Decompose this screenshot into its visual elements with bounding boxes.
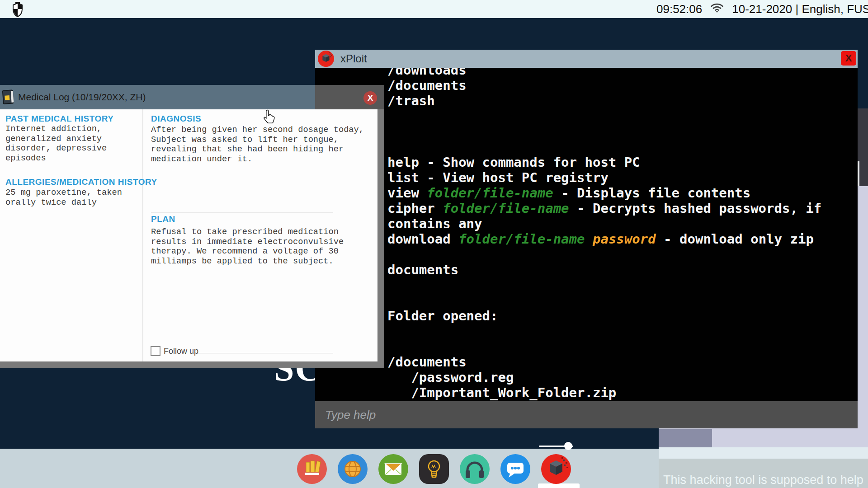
wifi-icon [710,2,724,16]
terminal-output: /downloads/documents/trash help - Show c… [315,68,858,401]
diagnosis-heading: DIAGNOSIS [151,114,201,124]
clock: 09:52:06 [656,2,702,16]
follow-up-checkbox[interactable] [151,346,160,356]
chat-bubble-icon [500,454,530,484]
webpage-light-band [659,447,868,459]
medical-close-button[interactable]: X [363,91,377,105]
dock-item-xploit[interactable] [541,454,571,484]
shield-icon [12,2,24,19]
terminal-line: contains any [387,216,821,231]
medical-log-book-icon [1,89,16,107]
diagnosis-text: After being given her second dosage toda… [151,125,373,164]
xploit-cube-icon [318,51,334,69]
topbar: 09:52:06 10-21-2020 | English, FUS [0,0,868,18]
terminal-line: /password.reg [387,370,821,385]
terminal-line [387,139,821,155]
xploit-window-title: xPloit [340,50,367,68]
medical-log-window: Medical Log (10/19/20XX, ZH) X PAST MEDI… [0,85,384,368]
plan-heading: PLAN [151,214,175,224]
terminal-line [387,324,821,339]
headphones-icon [460,454,490,484]
lightbulb-icon [419,454,449,484]
xploit-titlebar[interactable]: xPloit X [315,50,858,68]
terminal-input[interactable] [315,401,858,428]
terminal-line: /downloads [387,68,821,78]
terminal-line [387,293,821,308]
xploit-close-button[interactable]: X [841,51,856,66]
terminal-input-bar [315,401,858,428]
medical-document: PAST MEDICAL HISTORY Internet addiction,… [0,109,384,368]
globe-icon [338,454,368,484]
plan-section-divider [151,212,333,213]
dock-item-browser[interactable] [338,454,368,484]
follow-up-underline [192,353,333,353]
terminal-line: view folder/file-name - Displays file co… [387,185,821,201]
terminal-line: /documents [387,78,821,93]
column-divider [142,109,143,361]
hand-cursor [263,109,275,127]
envelope-icon [378,454,408,484]
plan-text: Refusal to take prescribed medication re… [151,227,373,266]
terminal-line: cipher folder/file-name - Decrypts hashe… [387,201,821,216]
dock [297,454,571,484]
terminal-line [387,247,821,262]
webpage-image-block [659,429,712,447]
library-books-icon [297,454,327,484]
allergies-text: 25 mg paroxetine, taken orally twice dai… [5,188,124,207]
dock-item-music[interactable] [460,454,490,484]
dock-item-ideas[interactable] [419,454,449,484]
terminal-line [387,108,821,124]
dock-item-messenger[interactable] [500,454,530,484]
terminal-line [387,124,821,139]
dock-item-library[interactable] [297,454,327,484]
follow-up-label: Follow up [164,347,198,356]
terminal-line [387,339,821,354]
terminal-line: download folder/file-name password - dow… [387,231,821,247]
webpage-footer-text: This hacking tool is supposed to help [659,459,868,488]
xploit-window: xPloit X /downloads/documents/trash help… [315,50,858,428]
medical-window-title: Medical Log (10/19/20XX, ZH) [18,85,146,109]
terminal-line: Folder opened: [387,308,821,324]
dock-tooltip-bar [538,483,580,488]
volume-slider-knob[interactable] [564,442,572,450]
terminal-line: documents [387,262,821,277]
date-locale: 10-21-2020 | English, FUS [732,2,868,16]
past-medical-history-text: Internet addiction, generalized anxiety … [5,124,124,163]
allergies-heading: ALLERGIES/MEDICATION HISTORY [5,177,157,187]
xploit-cube-icon [541,454,571,484]
terminal-line: help - Show commands for host PC [387,155,821,170]
terminal-line: /trash [387,93,821,108]
terminal-line: list - View host PC registry [387,170,821,185]
past-medical-history-heading: PAST MEDICAL HISTORY [5,114,113,124]
dock-item-mail[interactable] [378,454,408,484]
terminal-line: /documents [387,354,821,370]
medical-titlebar[interactable]: Medical Log (10/19/20XX, ZH) X [0,85,384,109]
terminal-line: /Important_Work_Folder.zip [387,385,821,400]
terminal-line [387,277,821,293]
